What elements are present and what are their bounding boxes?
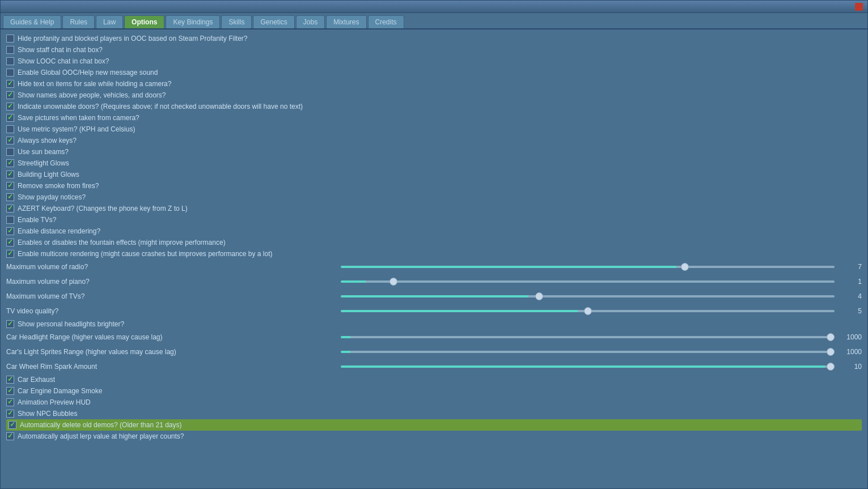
checkbox-enable_tvs[interactable] [6, 216, 14, 224]
checkbox-multicore[interactable] [6, 250, 14, 258]
checkbox-building_light[interactable] [6, 171, 14, 178]
slider-row-light_sprites: Car's Light Sprites Range (higher values… [6, 345, 862, 359]
checkbox-npc_bubbles[interactable] [6, 410, 14, 418]
slider-label-tv_quality: TV video quality? [6, 307, 341, 315]
label-distance_rendering: Enable distance rendering? [18, 227, 100, 235]
option-row-sun_beams: Use sun beams? [6, 146, 862, 158]
option-row-auto_delete_demos: Automatically delete old demos? (Older t… [6, 419, 862, 431]
slider-label-light_sprites: Car's Light Sprites Range (higher values… [6, 348, 341, 356]
label-sun_beams: Use sun beams? [18, 148, 69, 156]
option-row-metric: Use metric system? (KPH and Celsius) [6, 124, 862, 135]
label-show_names: Show names above people, vehicles, and d… [18, 91, 166, 99]
checkbox-save_pictures[interactable] [6, 114, 14, 122]
slider-light_sprites[interactable] [341, 351, 835, 353]
option-row-auto_lerp: Automatically adjust lerp value at highe… [6, 431, 862, 442]
option-row-indicate_unownable: Indicate unownable doors? (Requires abov… [6, 101, 862, 112]
checkbox-looc_chat[interactable] [6, 57, 14, 65]
label-car_exhaust: Car Exhaust [18, 376, 55, 384]
checkbox-personal_headlights[interactable] [6, 320, 14, 328]
checkbox-show_names[interactable] [6, 91, 14, 99]
slider-wheel_spark[interactable] [341, 365, 835, 368]
slider-headlight_range[interactable] [341, 336, 835, 338]
option-row-npc_bubbles: Show NPC Bubbles [6, 408, 862, 419]
option-row-streetlight_glows: Streetlight Glows [6, 158, 862, 169]
slider-piano_volume[interactable] [341, 280, 835, 283]
main-window: Guides & HelpRulesLawOptionsKey Bindings… [0, 0, 868, 489]
tab-genetics[interactable]: Genetics [253, 15, 294, 28]
label-multicore: Enable multicore rendering (might cause … [18, 250, 273, 258]
label-auto_delete_demos: Automatically delete old demos? (Older t… [20, 421, 182, 429]
label-hide_text: Hide text on items for sale while holdin… [18, 80, 171, 88]
option-row-profanity: Hide profanity and blocked players in OO… [6, 33, 862, 44]
slider-value-radio_volume: 7 [839, 263, 862, 271]
tab-options[interactable]: Options [124, 15, 164, 28]
label-staff_chat: Show staff chat in chat box? [18, 46, 103, 54]
option-row-hide_text: Hide text on items for sale while holdin… [6, 78, 862, 90]
option-row-staff_chat: Show staff chat in chat box? [6, 44, 862, 56]
options-content: Hide profanity and blocked players in OO… [1, 29, 867, 488]
checkbox-streetlight_glows[interactable] [6, 159, 14, 167]
label-show_keys: Always show keys? [18, 137, 77, 144]
checkbox-profanity[interactable] [6, 35, 14, 42]
option-row-car_exhaust: Car Exhaust [6, 374, 862, 385]
checkbox-fountain_effects[interactable] [6, 239, 14, 246]
slider-label-radio_volume: Maximum volume of radio? [6, 263, 341, 271]
checkbox-remove_smoke[interactable] [6, 182, 14, 190]
tab-keybindings[interactable]: Key Bindings [166, 15, 220, 28]
slider-row-tv_volume: Maximum volume of TVs?4 [6, 289, 862, 304]
slider-row-wheel_spark: Car Wheel Rim Spark Amount10 [6, 359, 862, 374]
option-row-global_ooc: Enable Global OOC/Help new message sound [6, 67, 862, 78]
slider-row-radio_volume: Maximum volume of radio?7 [6, 260, 862, 274]
label-metric: Use metric system? (KPH and Celsius) [18, 125, 135, 133]
tab-skills[interactable]: Skills [221, 15, 252, 28]
option-row-fountain_effects: Enables or disables the fountain effects… [6, 237, 862, 248]
checkbox-azert[interactable] [6, 205, 14, 212]
slider-value-headlight_range: 1000 [839, 333, 862, 341]
checkbox-auto_delete_demos[interactable] [9, 421, 16, 429]
label-save_pictures: Save pictures when taken from camera? [18, 114, 139, 122]
label-auto_lerp: Automatically adjust lerp value at highe… [18, 432, 184, 440]
checkbox-distance_rendering[interactable] [6, 227, 14, 235]
checkbox-indicate_unownable[interactable] [6, 103, 14, 110]
checkbox-animation_hud[interactable] [6, 398, 14, 406]
slider-label-headlight_range: Car Headlight Range (higher values may c… [6, 333, 341, 341]
option-row-multicore: Enable multicore rendering (might cause … [6, 248, 862, 260]
tab-guides[interactable]: Guides & Help [3, 15, 61, 28]
tab-mixtures[interactable]: Mixtures [326, 15, 366, 28]
checkbox-staff_chat[interactable] [6, 46, 14, 54]
option-row-save_pictures: Save pictures when taken from camera? [6, 112, 862, 124]
option-row-azert: AZERT Keyboard? (Changes the phone key f… [6, 203, 862, 214]
option-row-remove_smoke: Remove smoke from fires? [6, 180, 862, 192]
tab-credits[interactable]: Credits [368, 15, 404, 28]
option-row-payday: Show payday notices? [6, 192, 862, 203]
tab-jobs[interactable]: Jobs [296, 15, 325, 28]
checkbox-auto_lerp[interactable] [6, 432, 14, 440]
slider-tv_quality[interactable] [341, 310, 835, 312]
checkbox-global_ooc[interactable] [6, 69, 14, 76]
label-npc_bubbles: Show NPC Bubbles [18, 410, 77, 418]
slider-value-light_sprites: 1000 [839, 348, 862, 356]
slider-label-tv_volume: Maximum volume of TVs? [6, 292, 341, 300]
option-row-animation_hud: Animation Preview HUD [6, 397, 862, 408]
slider-value-tv_volume: 4 [839, 292, 862, 300]
option-row-distance_rendering: Enable distance rendering? [6, 226, 862, 237]
label-indicate_unownable: Indicate unownable doors? (Requires abov… [18, 103, 303, 110]
tab-rules[interactable]: Rules [62, 15, 95, 28]
checkbox-show_keys[interactable] [6, 137, 14, 144]
checkbox-car_exhaust[interactable] [6, 376, 14, 384]
slider-radio_volume[interactable] [341, 266, 835, 268]
checkbox-payday[interactable] [6, 193, 14, 201]
checkbox-car_engine_smoke[interactable] [6, 387, 14, 395]
label-streetlight_glows: Streetlight Glows [18, 159, 69, 167]
option-row-show_keys: Always show keys? [6, 135, 862, 146]
label-remove_smoke: Remove smoke from fires? [18, 182, 99, 190]
slider-label-piano_volume: Maximum volume of piano? [6, 278, 341, 286]
checkbox-hide_text[interactable] [6, 80, 14, 88]
checkbox-metric[interactable] [6, 125, 14, 133]
slider-tv_volume[interactable] [341, 295, 835, 297]
close-button[interactable] [855, 3, 863, 11]
label-enable_tvs: Enable TVs? [18, 216, 57, 224]
slider-label-wheel_spark: Car Wheel Rim Spark Amount [6, 363, 341, 371]
tab-law[interactable]: Law [96, 15, 123, 28]
checkbox-sun_beams[interactable] [6, 148, 14, 156]
